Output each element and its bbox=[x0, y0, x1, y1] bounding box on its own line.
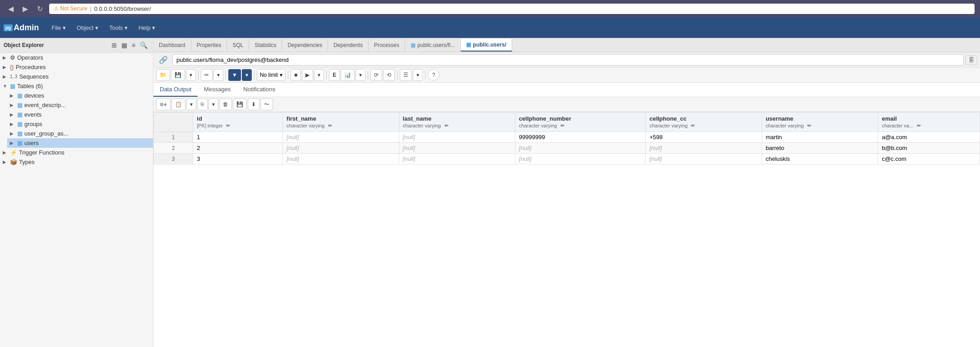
open-file-button[interactable]: 📁 bbox=[156, 69, 170, 81]
save-data-button[interactable]: 💾 bbox=[233, 98, 247, 110]
macros-button[interactable]: ☰ bbox=[400, 69, 412, 81]
forward-button[interactable]: ▶ bbox=[20, 4, 31, 14]
download-button[interactable]: ⬇ bbox=[248, 98, 259, 110]
menu-help[interactable]: Help ▾ bbox=[133, 21, 161, 35]
filter-button[interactable]: ▼ bbox=[228, 69, 241, 81]
cell-email-1[interactable]: a@a.com bbox=[878, 132, 980, 143]
sub-tab-messages[interactable]: Messages bbox=[198, 83, 237, 97]
cell-first_name-2[interactable]: [null] bbox=[283, 143, 399, 154]
tree-item-devices[interactable]: ▶ ▦ devices bbox=[7, 91, 153, 100]
cell-id-3[interactable]: 3 bbox=[193, 154, 283, 164]
cell-last_name-2[interactable]: [null] bbox=[399, 143, 515, 154]
tab-sql[interactable]: SQL bbox=[227, 39, 249, 51]
paste-button[interactable]: ⎘ bbox=[197, 98, 208, 110]
sidebar-tool-list[interactable]: ≡ bbox=[130, 41, 137, 50]
tree-item-groups[interactable]: ▶ ▦ groups bbox=[7, 119, 153, 129]
menu-object[interactable]: Object ▾ bbox=[71, 21, 104, 35]
refresh-button[interactable]: ↻ bbox=[34, 4, 46, 14]
cell-id-1[interactable]: 1 bbox=[193, 132, 283, 143]
stop-button[interactable]: ■ bbox=[291, 69, 301, 81]
tab-processes[interactable]: Processes bbox=[369, 39, 405, 51]
rollback-button[interactable]: ⟲ bbox=[383, 69, 395, 81]
tree-item-sequences[interactable]: ▶ 1..3 Sequences bbox=[0, 72, 153, 81]
query-input[interactable] bbox=[172, 54, 964, 66]
cell-cellphone_cc-3[interactable]: [null] bbox=[646, 154, 762, 164]
paste-dropdown-button[interactable]: ▾ bbox=[208, 98, 218, 110]
cell-first_name-3[interactable]: [null] bbox=[283, 154, 399, 164]
tab-dependents[interactable]: Dependents bbox=[328, 39, 369, 51]
query-connection-icon[interactable]: 🔗 bbox=[156, 54, 171, 66]
cell-username-2[interactable]: barreto bbox=[762, 143, 878, 154]
col-edit-cellphone-number[interactable]: ✏ bbox=[560, 123, 564, 128]
col-edit-cellphone-cc[interactable]: ✏ bbox=[691, 123, 695, 128]
sidebar-tool-search[interactable]: 🔍 bbox=[138, 41, 149, 50]
cell-cellphone_cc-1[interactable]: +598 bbox=[646, 132, 762, 143]
edit-dropdown-button[interactable]: ▾ bbox=[213, 69, 223, 81]
macros-dropdown-button[interactable]: ▾ bbox=[413, 69, 423, 81]
tree-item-user-group[interactable]: ▶ ▦ user_group_as... bbox=[7, 129, 153, 138]
cell-email-3[interactable]: c@c.com bbox=[878, 154, 980, 164]
cell-cellphone_cc-2[interactable]: [null] bbox=[646, 143, 762, 154]
col-edit-email[interactable]: ✏ bbox=[917, 123, 921, 128]
tab-dependencies[interactable]: Dependencies bbox=[282, 39, 328, 51]
tab-properties[interactable]: Properties bbox=[191, 39, 227, 51]
limit-select[interactable]: No limit ▾ bbox=[257, 69, 286, 81]
save-dropdown-button[interactable]: ▾ bbox=[186, 69, 196, 81]
cell-email-2[interactable]: b@b.com bbox=[878, 143, 980, 154]
commit-button[interactable]: ⟳ bbox=[370, 69, 382, 81]
tree-item-users[interactable]: ▶ ▦ users bbox=[7, 138, 153, 148]
toolbar-divider-1 bbox=[198, 70, 199, 80]
cell-username-1[interactable]: martin bbox=[762, 132, 878, 143]
tree-item-types[interactable]: ▶ 📦 Types bbox=[0, 157, 153, 167]
back-button[interactable]: ◀ bbox=[5, 4, 16, 14]
run-dropdown-button[interactable]: ▾ bbox=[314, 69, 324, 81]
cell-cellphone_number-3[interactable]: [null] bbox=[515, 154, 646, 164]
cell-last_name-1[interactable]: [null] bbox=[399, 132, 515, 143]
sub-tab-notifications[interactable]: Notifications bbox=[237, 83, 282, 97]
tab-statistics[interactable]: Statistics bbox=[249, 39, 282, 51]
tab-public-users-2[interactable]: ▦ public.users/ bbox=[461, 39, 512, 52]
cell-last_name-3[interactable]: [null] bbox=[399, 154, 515, 164]
explain-analyze-button[interactable]: 📊 bbox=[341, 69, 355, 81]
col-edit-id[interactable]: ✏ bbox=[226, 123, 230, 128]
graph-button[interactable]: 〜 bbox=[260, 98, 273, 110]
tree-item-event-descrip[interactable]: ▶ ▦ event_descrip... bbox=[7, 100, 153, 110]
save-button[interactable]: 💾 bbox=[171, 69, 185, 81]
tree-item-procedures[interactable]: ▶ {} Procedures bbox=[0, 62, 153, 72]
null-value: [null] bbox=[287, 155, 299, 162]
query-db-button[interactable]: 🗄 bbox=[966, 55, 977, 65]
delete-row-button[interactable]: 🗑 bbox=[219, 98, 232, 110]
tab-dashboard[interactable]: Dashboard bbox=[153, 39, 191, 51]
col-name-first-name: first_name bbox=[287, 115, 316, 122]
menu-tools[interactable]: Tools ▾ bbox=[104, 21, 133, 35]
data-toolbar: ≡+ 📋 ▾ ⎘ ▾ 🗑 💾 ⬇ 〜 bbox=[153, 97, 980, 112]
run-button[interactable]: ▶ bbox=[302, 69, 313, 81]
cell-first_name-1[interactable]: [null] bbox=[283, 132, 399, 143]
explain-button[interactable]: E bbox=[329, 69, 340, 81]
edit-button[interactable]: ✏ bbox=[201, 69, 213, 81]
tree-item-trigger-functions[interactable]: ▶ ⚡ Trigger Functions bbox=[0, 148, 153, 157]
copy-button[interactable]: 📋 bbox=[171, 98, 185, 110]
sub-tab-data-output[interactable]: Data Output bbox=[153, 83, 198, 97]
col-edit-username[interactable]: ✏ bbox=[807, 123, 811, 128]
col-edit-first-name[interactable]: ✏ bbox=[328, 123, 332, 128]
cell-username-3[interactable]: cheluskis bbox=[762, 154, 878, 164]
url-text: 0.0.0.0:5050/browser/ bbox=[94, 5, 151, 12]
tree-item-operators[interactable]: ▶ ⚙ Operators bbox=[0, 53, 153, 62]
col-edit-last-name[interactable]: ✏ bbox=[444, 123, 448, 128]
tab-public-users-1[interactable]: ▦ public.users/fl... bbox=[405, 39, 461, 51]
cell-cellphone_number-2[interactable]: [null] bbox=[515, 143, 646, 154]
help-button[interactable]: ? bbox=[428, 69, 439, 81]
explain-analyze-dropdown-button[interactable]: ▾ bbox=[356, 69, 365, 81]
cell-cellphone_number-1[interactable]: 99999999 bbox=[515, 132, 646, 143]
cell-id-2[interactable]: 2 bbox=[193, 143, 283, 154]
types-icon: 📦 bbox=[10, 159, 17, 165]
copy-dropdown-button[interactable]: ▾ bbox=[186, 98, 196, 110]
filter-dropdown-button[interactable]: ▾ bbox=[242, 69, 252, 81]
menu-file[interactable]: File ▾ bbox=[46, 21, 71, 35]
sidebar-tool-server[interactable]: ⊞ bbox=[110, 41, 119, 50]
tree-item-tables[interactable]: ▼ ▦ Tables (6) bbox=[0, 81, 153, 91]
tree-item-events[interactable]: ▶ ▦ events bbox=[7, 110, 153, 119]
add-row-button[interactable]: ≡+ bbox=[156, 98, 171, 110]
sidebar-tool-table[interactable]: ▦ bbox=[120, 41, 129, 50]
